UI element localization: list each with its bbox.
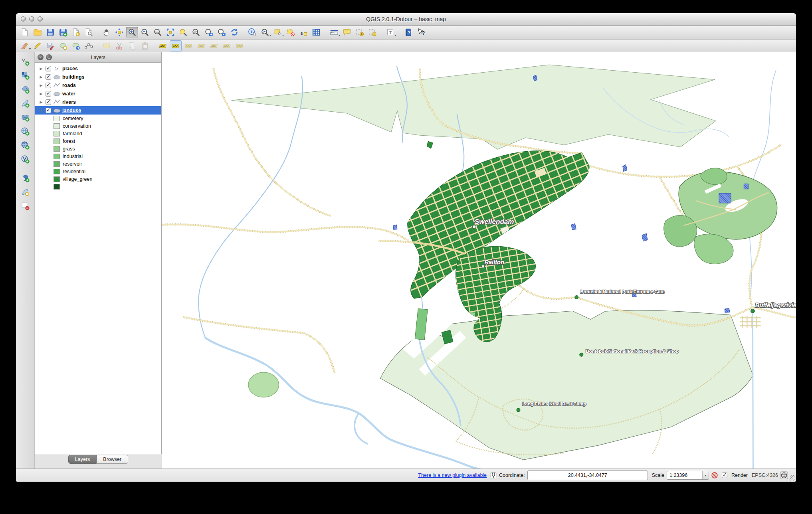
resize-grip[interactable]	[790, 475, 795, 481]
legend-item-industrial[interactable]: industrial	[53, 152, 161, 160]
add-wcs-layer-button[interactable]: ▾	[18, 139, 32, 152]
expand-arrow-icon[interactable]: ▶	[38, 92, 44, 96]
save-layer-edits-button[interactable]: ▾	[44, 40, 56, 51]
legend-item-9[interactable]	[53, 183, 161, 190]
highlight-pinned-labels-button[interactable]: ▾	[182, 40, 194, 51]
new-spatialite-layer-button[interactable]: ▾	[18, 186, 32, 198]
add-mssql-layer-button[interactable]: ▾	[18, 111, 32, 124]
node-tool-button[interactable]: ▾	[83, 40, 95, 51]
layer-visibility-checkbox[interactable]	[46, 99, 51, 105]
remove-layer-button[interactable]: ▾	[18, 200, 32, 212]
layer-item-places[interactable]: ▶ places	[35, 64, 161, 73]
legend-item-village_green[interactable]: village_green	[53, 175, 161, 183]
pan-map-button[interactable]: ▾	[101, 27, 113, 38]
layer-visibility-checkbox[interactable]	[46, 66, 51, 71]
pan-to-selection-button[interactable]: ▾	[113, 27, 125, 38]
minimize-window-button[interactable]	[29, 16, 34, 22]
legend-item-reservoir[interactable]: reservoir	[53, 160, 161, 168]
zoom-native-button[interactable]: ▾	[152, 27, 164, 38]
add-spatialite-layer-button[interactable]: ▾	[18, 97, 32, 110]
expand-arrow-icon[interactable]: ▼	[38, 109, 44, 113]
layer-item-landuse[interactable]: ▼ landuse	[35, 106, 161, 115]
zoom-window-button[interactable]	[38, 16, 43, 22]
layer-item-rivers[interactable]: ▶ rivers	[35, 98, 161, 106]
pin-unpin-labels-button[interactable]: ▾	[170, 40, 182, 51]
add-feature-button[interactable]: ▾	[57, 40, 69, 51]
scale-dropdown-icon[interactable]: ▼	[702, 471, 709, 479]
labeling-button[interactable]: ▾	[157, 40, 169, 51]
expand-arrow-icon[interactable]: ▶	[38, 83, 44, 87]
layers-panel-header[interactable]: Layers	[35, 52, 162, 62]
legend-item-grass[interactable]: grass	[53, 145, 161, 152]
layer-visibility-checkbox[interactable]	[46, 83, 51, 88]
tab-layers[interactable]: Layers	[68, 455, 97, 464]
add-wfs-layer-button[interactable]: ▾	[18, 153, 32, 166]
map-tips-button[interactable]: ▾	[341, 27, 353, 38]
add-postgis-layer-button[interactable]: ▾	[18, 83, 32, 96]
zoom-in-button[interactable]: ▾	[126, 27, 138, 38]
show-bookmarks-button[interactable]: ▾	[366, 27, 378, 38]
map-canvas[interactable]: Swellendam Railton Bontebok National Par…	[162, 52, 796, 469]
delete-selected-button[interactable]: ▾	[101, 40, 113, 51]
identify-features-button[interactable]: ▾	[246, 27, 258, 38]
render-checkbox[interactable]	[722, 472, 727, 478]
map-svg[interactable]: Swellendam Railton Bontebok National Par…	[162, 52, 796, 469]
expand-arrow-icon[interactable]: ▶	[38, 75, 44, 79]
layer-visibility-checkbox[interactable]	[46, 91, 51, 97]
help-button[interactable]: ▾	[402, 27, 414, 38]
show-hide-labels-button[interactable]: ▾	[195, 40, 207, 51]
composer-manager-button[interactable]: ▾	[83, 27, 95, 38]
title-bar[interactable]: QGIS 2.0.1-Dufour – basic_map	[16, 13, 796, 26]
legend-item-residential[interactable]: residential	[53, 168, 161, 175]
legend-item-cemetery[interactable]: cemetery	[53, 115, 161, 122]
move-label-button[interactable]: ▾	[208, 40, 220, 51]
new-print-composer-button[interactable]: ▾	[70, 27, 82, 38]
plugin-icon[interactable]	[490, 472, 497, 479]
tab-browser[interactable]: Browser	[97, 455, 128, 464]
layer-item-buildings[interactable]: ▶ buildings	[35, 73, 161, 81]
scale-combo[interactable]: 1:23396 ▼	[667, 471, 709, 480]
new-bookmark-button[interactable]: ▾	[354, 27, 366, 38]
zoom-last-button[interactable]: ▾	[203, 27, 215, 38]
cut-features-button[interactable]: ▾	[113, 40, 125, 51]
new-project-button[interactable]: ▾	[19, 27, 31, 38]
text-annotation-button[interactable]: ▾	[384, 27, 396, 38]
add-vector-layer-button[interactable]: ▾	[18, 55, 32, 68]
open-attribute-table-button[interactable]: ▾	[310, 27, 322, 38]
close-panel-button[interactable]	[38, 54, 44, 60]
legend-item-farmland[interactable]: farmland	[53, 130, 161, 137]
move-feature-button[interactable]: ▾	[70, 40, 82, 51]
run-feature-action-button[interactable]: ▾	[259, 27, 271, 38]
crs-status-button[interactable]	[780, 471, 788, 479]
expand-arrow-icon[interactable]: ▶	[38, 100, 44, 104]
new-plugin-link[interactable]: There is a new plugin available	[418, 472, 487, 478]
current-edits-button[interactable]: ▾	[19, 40, 31, 51]
change-label-button[interactable]: ▾	[234, 40, 246, 51]
layer-item-water[interactable]: ▶ water	[35, 89, 161, 98]
zoom-to-layer-button[interactable]: ▾	[190, 27, 202, 38]
select-features-button[interactable]: ▾	[272, 27, 284, 38]
refresh-button[interactable]: ▾	[228, 27, 240, 38]
expand-arrow-icon[interactable]: ▶	[38, 67, 44, 71]
zoom-to-selection-button[interactable]: ▾	[177, 27, 189, 38]
copy-features-button[interactable]: ▾	[126, 40, 138, 51]
layer-visibility-checkbox[interactable]	[46, 108, 51, 113]
save-project-button[interactable]: ▾	[44, 27, 56, 38]
add-wms-layer-button[interactable]: ▾	[18, 125, 32, 138]
legend-item-forest[interactable]: forest	[53, 137, 161, 145]
stop-render-icon[interactable]	[711, 472, 718, 479]
layer-visibility-checkbox[interactable]	[46, 74, 51, 80]
legend-item-conservation[interactable]: conservation	[53, 122, 161, 130]
toggle-editing-button[interactable]: ▾	[32, 40, 44, 51]
deselect-features-button[interactable]: ▾	[285, 27, 297, 38]
add-delimited-text-layer-button[interactable]: ▾	[18, 172, 32, 184]
zoom-next-button[interactable]: ▾	[216, 27, 228, 38]
select-by-expression-button[interactable]: ▾	[297, 27, 309, 38]
open-project-button[interactable]: ▾	[32, 27, 44, 38]
close-window-button[interactable]	[21, 16, 26, 22]
zoom-out-button[interactable]: ▾	[139, 27, 151, 38]
whats-this-button[interactable]: ▾	[415, 27, 427, 38]
measure-button[interactable]: ▾	[328, 27, 340, 38]
layer-item-roads[interactable]: ▶ roads	[35, 81, 161, 89]
rotate-label-button[interactable]: ▾	[221, 40, 233, 51]
